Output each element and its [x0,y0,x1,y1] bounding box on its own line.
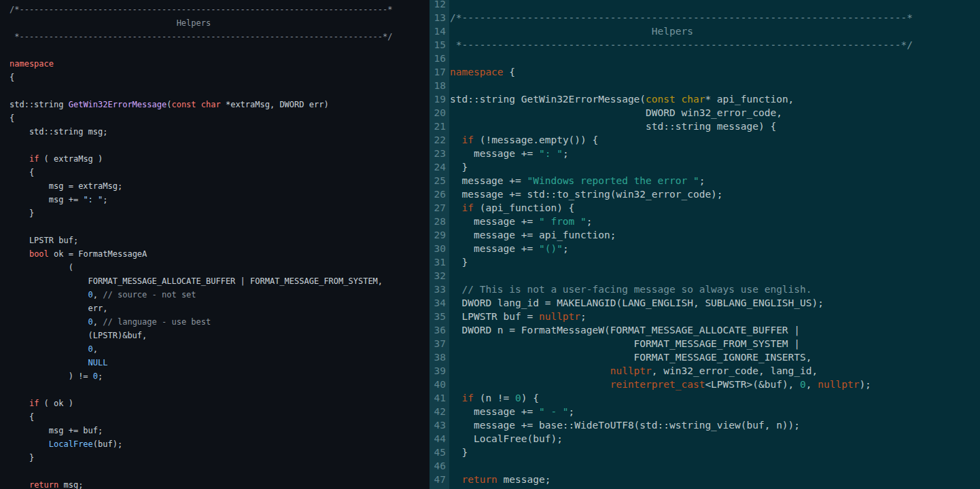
code-line: 35 LPWSTR buf = nullptr; [430,310,980,323]
code-line: 25 message += "Windows reported the erro… [430,174,980,187]
code-line: 16 [430,52,980,65]
code-text: /*--------------------------------------… [449,11,913,24]
code-text: LocalFree(buf); [449,432,563,446]
code-token: } [10,453,34,463]
code-token: const [171,100,196,109]
code-token [450,474,461,485]
code-token: if [461,393,473,403]
code-token: bool [29,249,49,259]
code-line: NULL [0,356,430,369]
code-token: Helpers [450,26,693,37]
code-line: 27 if (api_function) { [430,201,980,215]
code-token: std::string [10,100,69,109]
code-text [449,459,450,473]
code-token: DWORD n = FormatMessageW(FORMAT_MESSAGE_… [450,325,800,336]
line-number: 37 [430,337,449,350]
line-number: 44 [430,432,449,446]
right-code-pane[interactable]: 1213/*----------------------------------… [430,0,980,489]
code-token: , [93,290,103,300]
code-token: message += [450,148,539,159]
line-number: 16 [430,52,449,65]
code-token: FORMAT_MESSAGE_ALLOCATE_BUFFER | FORMAT_… [10,276,383,286]
code-line: { [0,71,430,84]
code-token: } [450,447,468,458]
code-line: LPSTR buf; [0,234,430,247]
code-token: "()" [539,243,563,254]
code-text: } [449,486,456,489]
code-token: 0 [93,372,98,381]
code-line: err, [0,302,430,315]
code-line: 0, // language - use best [0,315,430,329]
code-token: ok = FormatMessageA [49,249,147,259]
code-token [450,379,610,390]
code-line: 47 return message; [430,473,980,486]
code-token: return [29,480,58,489]
code-line: { [0,111,430,125]
line-number: 19 [430,92,449,106]
code-line: msg += buf; [0,424,430,437]
line-number: 36 [430,323,449,337]
code-line: 17namespace { [430,65,980,79]
code-text: std::string GetWin32ErrorMessage(const c… [449,92,794,106]
code-line: 29 message += api_function; [430,228,980,242]
code-line: ) != 0; [0,369,430,383]
code-text: } [449,255,468,269]
code-token: message += [450,175,527,186]
code-text: *---------------------------------------… [449,38,913,52]
code-token: } [10,209,34,218]
line-number: 46 [430,459,449,473]
line-number: 14 [430,24,449,38]
code-token [10,154,29,164]
code-token: GetWin32ErrorMessage [69,100,167,109]
code-line: std::string GetWin32ErrorMessage(const c… [0,98,430,111]
code-token: msg = extraMsg; [10,181,122,191]
code-token: // This is not a user-facing message so … [461,284,811,295]
line-number: 22 [430,133,449,147]
code-token: if [461,202,473,213]
line-number: 31 [430,255,449,269]
code-token: *---------------------------------------… [450,39,913,50]
code-token: *---------------------------------------… [10,32,393,41]
line-number: 38 [430,350,449,364]
code-text: // This is not a user-facing message so … [449,283,812,296]
code-line: Helpers [0,16,430,30]
line-number: 27 [430,201,449,215]
code-token: * api_function, [705,94,794,105]
code-text: message += api_function; [449,228,616,242]
code-text: message += ": "; [449,147,569,160]
code-token: ( ok ) [39,399,73,408]
line-number: 34 [430,296,449,310]
code-token: (n != [474,393,515,403]
code-token: Helpers [10,18,211,28]
code-token: ( [10,263,73,272]
code-token: message; [497,474,551,485]
code-token: ; [563,243,569,254]
code-text: message += " from "; [449,215,593,228]
code-line: if ( ok ) [0,397,430,410]
code-token: message += [450,406,539,417]
code-line: 48} [430,486,980,489]
code-token: ": " [83,195,103,204]
code-line: 46 [430,459,980,473]
code-token: ; [563,148,569,159]
code-text: FORMAT_MESSAGE_FROM_SYSTEM | [449,337,800,350]
code-line: /*--------------------------------------… [0,3,430,16]
code-line: 44 LocalFree(buf); [430,432,980,446]
code-text: return message; [449,473,550,486]
line-number: 35 [430,310,449,323]
code-token: DWORD lang_id = MAKELANGID(LANG_ENGLISH,… [450,297,824,308]
code-line: 32 [430,269,980,283]
code-token: LPWSTR buf = [450,311,539,322]
code-token: <LPWSTR>(&buf), [705,379,800,390]
code-text: DWORD lang_id = MAKELANGID(LANG_ENGLISH,… [449,296,824,310]
code-token: char [201,100,221,109]
code-token: } [450,257,468,268]
code-line: if ( extraMsg ) [0,152,430,166]
code-token: (api_function) { [474,202,574,213]
code-token [10,399,29,408]
code-text: } [449,446,468,459]
left-code-pane[interactable]: /*--------------------------------------… [0,0,430,489]
code-token [450,393,461,403]
code-token: DWORD win32_error_code, [450,107,782,118]
code-text [449,0,450,11]
